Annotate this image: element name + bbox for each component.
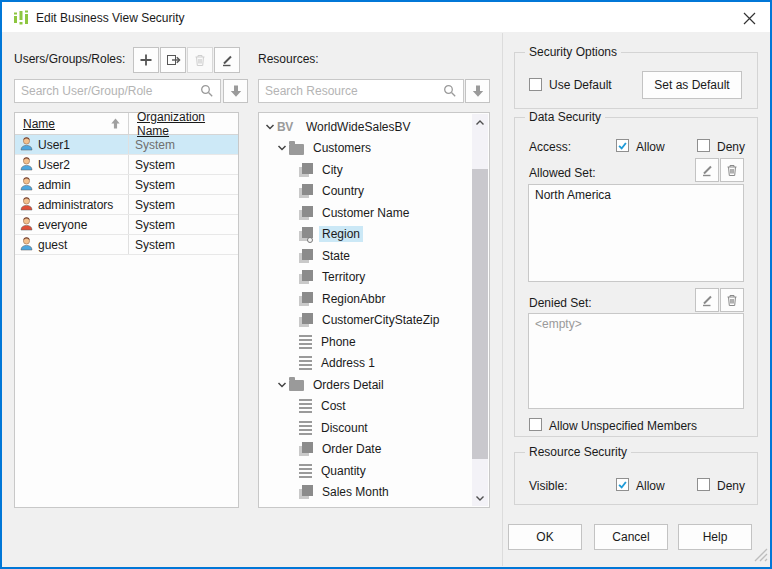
tree-expander-chevron-down-icon[interactable] — [263, 123, 277, 131]
app-logo-icon — [12, 9, 30, 27]
dimension-icon — [299, 184, 313, 198]
tree-item-address-1[interactable]: Address 1 — [259, 353, 472, 375]
titlebar: Edit Business View Security — [2, 2, 770, 32]
data-security-legend: Data Security — [525, 110, 605, 124]
help-button[interactable]: Help — [678, 524, 752, 550]
tree-item-state[interactable]: State — [259, 245, 472, 267]
table-row-everyone[interactable]: everyoneSystem — [15, 215, 238, 235]
allowed-set-box[interactable]: North America — [528, 184, 744, 282]
scrollbar-thumb[interactable] — [472, 169, 488, 459]
panel-divider — [502, 33, 503, 566]
organization-cell: System — [129, 155, 238, 174]
visible-deny-checkbox[interactable] — [697, 478, 710, 491]
table-row-admin[interactable]: adminSystem — [15, 175, 238, 195]
tree-item-city[interactable]: City — [259, 159, 472, 181]
tree-item-label: WorldWideSalesBV — [303, 119, 413, 135]
organization-cell: System — [129, 235, 238, 254]
tree-item-sales-month[interactable]: Sales Month — [259, 482, 472, 504]
allowed-set-item[interactable]: North America — [535, 188, 737, 202]
tree-item-customers[interactable]: Customers — [259, 138, 472, 160]
detail-icon — [299, 421, 312, 435]
close-button[interactable] — [734, 6, 764, 30]
visible-allow-checkbox[interactable] — [616, 478, 629, 491]
tree-item-label: Cost — [318, 398, 349, 414]
table-row-administrators[interactable]: administratorsSystem — [15, 195, 238, 215]
pencil-icon — [220, 53, 234, 67]
users-table: Name Organization Name User1SystemUser2S… — [14, 112, 239, 508]
edit-user-button[interactable] — [214, 47, 240, 73]
organization-cell: System — [129, 215, 238, 234]
dimension-icon — [299, 163, 313, 177]
tree-item-label: Orders Detail — [310, 377, 387, 393]
tree-item-order-date[interactable]: Order Date — [259, 439, 472, 461]
tree-scrollbar[interactable] — [472, 114, 488, 506]
allow-unspecified-members-label: Allow Unspecified Members — [549, 419, 697, 433]
edit-allowed-set-button[interactable] — [695, 158, 719, 182]
cancel-button[interactable]: Cancel — [594, 524, 668, 550]
use-default-checkbox[interactable] — [529, 78, 542, 91]
tree-item-label: Order Date — [319, 441, 384, 457]
visible-label: Visible: — [529, 479, 567, 493]
tree-expander-chevron-down-icon[interactable] — [275, 381, 289, 389]
export-user-button[interactable] — [160, 47, 186, 73]
scroll-up-button[interactable] — [472, 114, 488, 130]
tree-item-orders-detail[interactable]: Orders Detail — [259, 374, 472, 396]
sort-ascending-icon — [109, 117, 122, 133]
tree-item-cost[interactable]: Cost — [259, 396, 472, 418]
tree-item-label: Quantity — [318, 463, 369, 479]
column-header-organization[interactable]: Organization Name — [129, 113, 238, 134]
resource-search-input[interactable] — [258, 79, 464, 103]
tree-item-quantity[interactable]: Quantity — [259, 460, 472, 482]
clear-allowed-set-button[interactable] — [720, 158, 744, 182]
user-name-cell: User1 — [15, 135, 129, 154]
tree-item-territory[interactable]: Territory — [259, 267, 472, 289]
table-row-user1[interactable]: User1System — [15, 135, 238, 155]
trash-icon — [725, 293, 739, 307]
tree-item-region[interactable]: Region — [259, 224, 472, 246]
access-deny-checkbox[interactable] — [697, 139, 710, 152]
tree-expander-chevron-down-icon[interactable] — [275, 144, 289, 152]
ok-button[interactable]: OK — [508, 524, 582, 550]
tree-item-discount[interactable]: Discount — [259, 417, 472, 439]
table-row-user2[interactable]: User2System — [15, 155, 238, 175]
tree-item-phone[interactable]: Phone — [259, 331, 472, 353]
down-arrow-icon — [471, 84, 485, 98]
users-panel-label: Users/Groups/Roles: — [14, 52, 125, 66]
dimension-icon — [299, 485, 313, 499]
resource-tree: BVWorldWideSalesBVCustomersCityCountryCu… — [258, 112, 490, 508]
access-allow-checkbox[interactable] — [616, 139, 629, 152]
set-as-default-button[interactable]: Set as Default — [642, 71, 742, 99]
folder-icon — [289, 144, 304, 155]
tree-item-country[interactable]: Country — [259, 181, 472, 203]
denied-set-box[interactable]: <empty> — [528, 313, 744, 409]
clear-denied-set-button[interactable] — [720, 288, 744, 312]
tree-item-worldwidesalesbv[interactable]: BVWorldWideSalesBV — [259, 116, 472, 138]
tree-item-customer-name[interactable]: Customer Name — [259, 202, 472, 224]
tree-item-label: Country — [319, 183, 367, 199]
user-blue-icon — [19, 236, 34, 254]
add-user-button[interactable] — [133, 47, 159, 73]
user-name-cell: administrators — [15, 195, 129, 214]
resource-search-apply-button[interactable] — [465, 79, 490, 103]
edit-denied-set-button[interactable] — [695, 288, 719, 312]
dimension-icon — [299, 206, 313, 220]
scroll-down-button[interactable] — [472, 490, 488, 506]
detail-icon — [299, 356, 312, 370]
user-name: admin — [38, 178, 71, 192]
table-row-guest[interactable]: guestSystem — [15, 235, 238, 255]
column-header-name[interactable]: Name — [15, 113, 129, 134]
user-search-apply-button[interactable] — [223, 79, 248, 103]
denied-set-label: Denied Set: — [529, 296, 592, 310]
user-name: everyone — [38, 218, 87, 232]
detail-icon — [299, 399, 312, 413]
allow-unspecified-members-checkbox[interactable] — [529, 418, 542, 431]
resize-grip[interactable] — [754, 548, 768, 565]
user-blue-icon — [19, 156, 34, 174]
tree-item-regionabbr[interactable]: RegionAbbr — [259, 288, 472, 310]
user-search-input[interactable] — [14, 79, 221, 103]
tree-item-customercitystatezip[interactable]: CustomerCityStateZip — [259, 310, 472, 332]
check-icon — [617, 139, 628, 152]
use-default-label: Use Default — [549, 78, 612, 92]
user-name: User1 — [38, 138, 70, 152]
users-table-header: Name Organization Name — [15, 113, 238, 135]
